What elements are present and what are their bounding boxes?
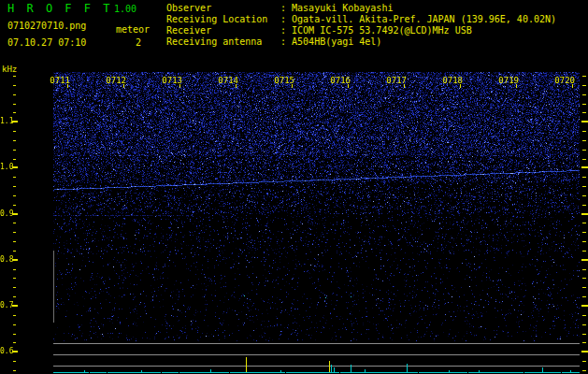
freq-minor-tick bbox=[582, 370, 586, 371]
info-colon: : bbox=[280, 14, 292, 24]
freq-minor-tick bbox=[582, 232, 586, 233]
info-label: Receiving Location bbox=[166, 14, 280, 25]
strip-gridline bbox=[53, 366, 580, 367]
freq-major-tick bbox=[12, 305, 18, 307]
freq-minor-tick bbox=[582, 131, 586, 132]
freq-minor-tick bbox=[582, 334, 586, 335]
freq-tick-label: 1.0 bbox=[0, 163, 13, 171]
freq-minor-tick bbox=[13, 278, 16, 279]
freq-minor-tick bbox=[582, 150, 586, 151]
freq-major-tick bbox=[12, 121, 18, 122]
freq-minor-tick bbox=[13, 287, 16, 288]
freq-minor-tick bbox=[582, 112, 586, 113]
freq-minor-tick bbox=[13, 296, 16, 297]
freq-minor-tick bbox=[582, 159, 586, 160]
freq-minor-tick bbox=[582, 342, 586, 343]
freq-minor-tick bbox=[582, 140, 586, 141]
freq-minor-tick bbox=[582, 269, 586, 270]
freq-minor-tick bbox=[13, 112, 16, 113]
strength-baseline bbox=[468, 372, 523, 373]
time-tick bbox=[516, 84, 517, 88]
freq-minor-tick bbox=[582, 223, 586, 223]
freq-minor-tick bbox=[13, 140, 16, 141]
strength-spike bbox=[449, 370, 450, 372]
strength-spike bbox=[246, 357, 247, 372]
strip-gridline bbox=[53, 343, 580, 344]
strength-baseline bbox=[179, 372, 229, 373]
freq-minor-tick bbox=[13, 205, 16, 206]
strength-spike bbox=[334, 367, 335, 372]
strength-spike bbox=[570, 370, 571, 372]
freq-major-tick bbox=[12, 213, 18, 215]
freq-minor-tick bbox=[582, 296, 586, 297]
info-value: Masayuki Kobayashi bbox=[292, 3, 393, 13]
freq-minor-tick bbox=[13, 232, 16, 233]
info-row: Receiving Location: Ogata-vill. Akita-Pr… bbox=[166, 14, 556, 25]
info-colon: : bbox=[280, 25, 292, 36]
freq-major-tick bbox=[581, 166, 588, 168]
time-tick bbox=[572, 84, 573, 88]
output-filename: 0710270710.png bbox=[7, 21, 86, 32]
strength-spike bbox=[141, 370, 142, 372]
info-value: Ogata-vill. Akita-Pref. JAPAN (139.96E, … bbox=[292, 14, 556, 24]
strength-spike bbox=[84, 370, 85, 372]
strength-spike bbox=[365, 369, 366, 372]
strength-baseline bbox=[230, 372, 285, 373]
strength-spike bbox=[351, 365, 351, 372]
strength-baseline bbox=[524, 372, 561, 373]
freq-minor-tick bbox=[13, 324, 16, 325]
freq-minor-tick bbox=[13, 177, 16, 178]
strength-baseline bbox=[162, 372, 179, 373]
strip-gridline bbox=[53, 354, 580, 355]
plot-left-border bbox=[53, 251, 54, 323]
app-title: H R O F F T bbox=[7, 3, 110, 15]
strength-baseline bbox=[108, 372, 161, 373]
strength-spike bbox=[479, 370, 480, 372]
freq-minor-tick bbox=[13, 76, 16, 77]
info-label: Receiver bbox=[166, 25, 280, 36]
freq-minor-tick bbox=[582, 251, 586, 252]
mode-label: meteor bbox=[116, 24, 150, 36]
time-tick bbox=[404, 84, 405, 88]
strength-spike bbox=[407, 364, 408, 372]
freq-major-tick bbox=[581, 305, 588, 307]
freq-tick-label: 0.7 bbox=[0, 301, 13, 309]
freq-minor-tick bbox=[13, 104, 16, 105]
freq-major-tick bbox=[581, 351, 588, 352]
freq-minor-tick bbox=[13, 131, 16, 132]
station-info: Observer: Masayuki KobayashiReceiving Lo… bbox=[166, 3, 556, 48]
freq-minor-tick bbox=[582, 278, 586, 279]
time-tick bbox=[67, 84, 68, 88]
freq-axis-unit: kHz bbox=[2, 65, 17, 74]
freq-minor-tick bbox=[13, 269, 16, 270]
freq-minor-tick bbox=[13, 315, 16, 316]
strength-baseline bbox=[562, 372, 580, 373]
info-colon: : bbox=[280, 3, 292, 13]
freq-minor-tick bbox=[582, 76, 586, 77]
info-colon: : bbox=[280, 36, 292, 47]
freq-minor-tick bbox=[582, 94, 586, 95]
freq-minor-tick bbox=[13, 159, 16, 160]
info-value: A504HB(yagi 4el) bbox=[292, 36, 381, 47]
freq-minor-tick bbox=[582, 241, 586, 242]
freq-minor-tick bbox=[582, 324, 586, 325]
freq-minor-tick bbox=[582, 361, 586, 362]
strength-baseline bbox=[53, 372, 89, 373]
freq-minor-tick bbox=[13, 150, 16, 151]
time-tick bbox=[460, 84, 461, 88]
freq-minor-tick bbox=[13, 251, 16, 252]
freq-tick-label: 0.6 bbox=[0, 347, 13, 355]
freq-minor-tick bbox=[582, 177, 586, 178]
freq-minor-tick bbox=[13, 361, 16, 362]
freq-tick-label: 1.1 bbox=[0, 117, 13, 125]
freq-minor-tick bbox=[582, 315, 586, 316]
freq-major-tick bbox=[12, 259, 18, 261]
strength-spike bbox=[542, 367, 543, 372]
strength-spike bbox=[280, 370, 281, 372]
freq-minor-tick bbox=[13, 370, 16, 371]
info-row: Observer: Masayuki Kobayashi bbox=[166, 3, 556, 14]
info-value: ICOM IC-575 53.7492(@LCD)MHz USB bbox=[292, 25, 472, 36]
strength-baseline bbox=[340, 372, 418, 373]
freq-major-tick bbox=[581, 121, 588, 122]
freq-minor-tick bbox=[582, 85, 586, 86]
